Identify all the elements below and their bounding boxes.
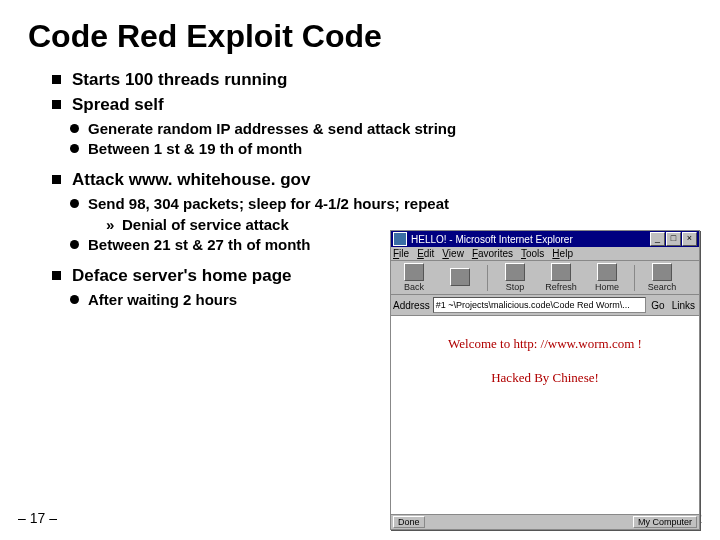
bullet-3a: Send 98, 304 packets; sleep for 4-1/2 ho… [70,194,692,235]
minimize-icon[interactable]: _ [650,232,665,246]
menu-favorites[interactable]: Favorites [472,248,513,259]
back-button[interactable]: Back [393,263,435,292]
window-buttons: _ □ × [650,232,697,246]
ie-icon [393,232,407,246]
toolbar-separator [487,265,488,291]
bullet-2: Spread self [52,94,692,117]
stop-label: Stop [506,282,525,292]
bullet-list-3: Attack www. whitehouse. gov [28,169,692,192]
search-button[interactable]: Search [641,263,683,292]
bullet-3a-text: Send 98, 304 packets; sleep for 4-1/2 ho… [88,195,449,212]
status-right: My Computer [633,516,697,528]
browser-addressbar: Address #1 ~\Projects\malicious.code\Cod… [391,295,699,316]
menu-file[interactable]: File [393,248,409,259]
address-label: Address [393,300,430,311]
status-left: Done [393,516,425,528]
menu-tools[interactable]: Tools [521,248,544,259]
home-icon [597,263,617,281]
home-button[interactable]: Home [586,263,628,292]
stop-button[interactable]: Stop [494,263,536,292]
footer-page-number: – 17 – [18,510,57,526]
browser-menubar: File Edit View Favorites Tools Help [391,247,699,261]
page-welcome-text: Welcome to http: //www.worm.com ! [397,336,693,352]
toolbar-separator-2 [634,265,635,291]
browser-title-text: HELLO! - Microsoft Internet Explorer [411,234,650,245]
menu-help[interactable]: Help [552,248,573,259]
search-label: Search [648,282,677,292]
refresh-label: Refresh [545,282,577,292]
refresh-icon [551,263,571,281]
go-button[interactable]: Go [649,300,666,311]
bullet-3: Attack www. whitehouse. gov [52,169,692,192]
bullet-2-sub: Generate random IP addresses & send atta… [28,119,692,160]
slide: Code Red Exploit Code Starts 100 threads… [0,0,720,540]
forward-button[interactable] [439,268,481,287]
browser-viewport: Welcome to http: //www.worm.com ! Hacked… [391,316,699,514]
bullet-list: Starts 100 threads running Spread self [28,69,692,117]
slide-title: Code Red Exploit Code [28,18,692,55]
close-icon[interactable]: × [682,232,697,246]
bullet-2a: Generate random IP addresses & send atta… [70,119,692,139]
home-label: Home [595,282,619,292]
back-icon [404,263,424,281]
page-hacked-text: Hacked By Chinese! [397,370,693,386]
browser-titlebar: HELLO! - Microsoft Internet Explorer _ □… [391,231,699,247]
menu-view[interactable]: View [442,248,464,259]
forward-icon [450,268,470,286]
browser-statusbar: Done My Computer [391,514,699,529]
browser-toolbar: Back Stop Refresh Home Search [391,261,699,295]
browser-window: HELLO! - Microsoft Internet Explorer _ □… [390,230,700,530]
address-input[interactable]: #1 ~\Projects\malicious.code\Code Red Wo… [433,297,647,313]
bullet-2b: Between 1 st & 19 th of month [70,139,692,159]
refresh-button[interactable]: Refresh [540,263,582,292]
stop-icon [505,263,525,281]
links-button[interactable]: Links [670,300,697,311]
search-icon [652,263,672,281]
back-label: Back [404,282,424,292]
bullet-1: Starts 100 threads running [52,69,692,92]
maximize-icon[interactable]: □ [666,232,681,246]
menu-edit[interactable]: Edit [417,248,434,259]
